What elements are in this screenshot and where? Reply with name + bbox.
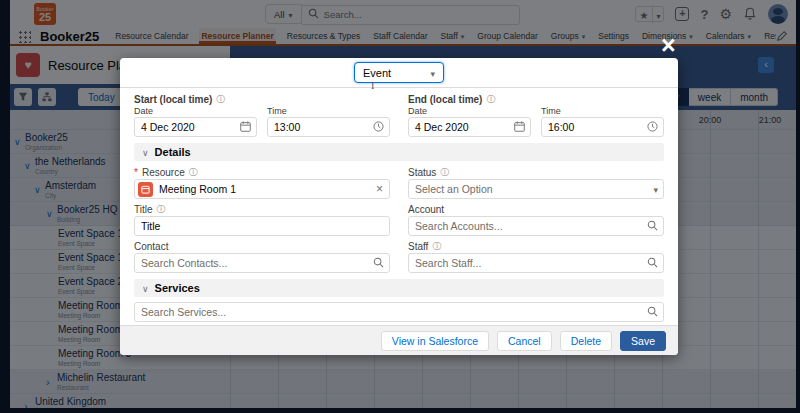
close-icon[interactable] xyxy=(661,33,676,58)
search-icon xyxy=(647,257,658,268)
delete-button[interactable]: Delete xyxy=(560,331,612,351)
start-label: Start (local time) xyxy=(134,94,212,105)
required-mark: * xyxy=(134,167,138,178)
contact-search-input[interactable] xyxy=(135,254,389,272)
start-time-field: Time xyxy=(267,106,390,137)
status-select[interactable]: Select an Option ▾ xyxy=(408,179,664,199)
calendar-icon[interactable] xyxy=(514,121,525,132)
date-label: Date xyxy=(134,106,257,117)
account-search-input[interactable] xyxy=(409,217,663,235)
status-placeholder: Select an Option xyxy=(409,183,493,195)
chevron-down-icon xyxy=(430,67,435,79)
status-label: Status xyxy=(408,167,436,178)
date-label: Date xyxy=(408,106,531,117)
clock-icon[interactable] xyxy=(373,121,384,132)
info-icon[interactable] xyxy=(486,93,495,106)
services-search-field xyxy=(134,302,664,322)
end-time-input[interactable] xyxy=(542,118,663,136)
info-icon[interactable] xyxy=(432,240,441,253)
save-button[interactable]: Save xyxy=(620,331,666,351)
account-field-group: Account xyxy=(408,203,664,236)
account-label: Account xyxy=(408,204,444,215)
modal-footer: View in Salesforce Cancel Delete Save xyxy=(120,325,678,355)
staff-label: Staff xyxy=(408,241,428,252)
reservation-type-value: Event xyxy=(363,67,391,79)
cancel-button[interactable]: Cancel xyxy=(497,331,552,351)
clock-icon[interactable] xyxy=(647,121,658,132)
info-icon[interactable] xyxy=(216,93,225,106)
contact-label: Contact xyxy=(134,241,168,252)
start-time-input[interactable] xyxy=(268,118,389,136)
reservation-type-select[interactable]: Event xyxy=(354,62,444,83)
modal-header: Event xyxy=(120,58,678,88)
calendar-icon[interactable] xyxy=(240,121,251,132)
title-label: Title xyxy=(134,204,153,215)
start-date-input[interactable] xyxy=(135,118,256,136)
end-label: End (local time) xyxy=(408,94,482,105)
resource-value: Meeting Room 1 xyxy=(159,183,389,195)
section-details[interactable]: Details xyxy=(134,143,664,161)
info-icon[interactable] xyxy=(157,203,166,216)
resource-label: Resource xyxy=(142,167,185,178)
end-date-field: Date xyxy=(408,106,531,137)
time-label: Time xyxy=(541,106,664,117)
reservation-modal: Event Start (local time) Date Time xyxy=(120,58,678,355)
text-cursor-icon xyxy=(371,80,374,91)
chevron-down-icon xyxy=(142,282,149,294)
reservation-resource-icon xyxy=(138,182,153,197)
status-field-group: Status Select an Option ▾ xyxy=(408,166,664,199)
contact-field-group: Contact xyxy=(134,240,390,273)
end-group: End (local time) Date Time xyxy=(408,93,664,137)
info-icon[interactable] xyxy=(189,166,198,179)
view-in-salesforce-button[interactable]: View in Salesforce xyxy=(381,331,489,351)
search-icon xyxy=(373,257,384,268)
title-field-group: Title xyxy=(134,203,390,236)
chevron-down-icon xyxy=(142,146,149,158)
time-label: Time xyxy=(267,106,390,117)
services-search-input[interactable] xyxy=(135,303,663,321)
resource-field-group: *Resource Meeting Room 1 xyxy=(134,166,390,199)
end-time-field: Time xyxy=(541,106,664,137)
start-date-field: Date xyxy=(134,106,257,137)
section-details-label: Details xyxy=(155,146,191,158)
title-input[interactable] xyxy=(135,217,389,235)
info-icon[interactable] xyxy=(440,166,449,179)
section-services[interactable]: Services xyxy=(134,279,664,297)
staff-search-input[interactable] xyxy=(409,254,663,272)
staff-field-group: Staff xyxy=(408,240,664,273)
clear-resource-icon[interactable] xyxy=(376,182,383,196)
search-icon xyxy=(647,220,658,231)
section-services-label: Services xyxy=(155,282,200,294)
end-date-input[interactable] xyxy=(409,118,530,136)
resource-pill[interactable]: Meeting Room 1 xyxy=(134,179,390,199)
search-icon xyxy=(647,306,658,317)
chevron-down-icon: ▾ xyxy=(653,185,658,195)
modal-body: Start (local time) Date Time xyxy=(120,88,678,325)
start-group: Start (local time) Date Time xyxy=(134,93,390,137)
